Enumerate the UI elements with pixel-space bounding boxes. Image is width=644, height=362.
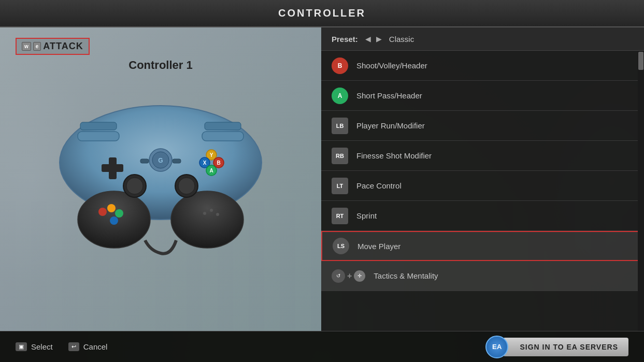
cancel-icon: ↩	[68, 342, 79, 351]
svg-text:A: A	[209, 168, 213, 173]
tactics-icon-left: ↺	[332, 269, 345, 283]
control-item-pass[interactable]: A Short Pass/Header	[321, 81, 644, 111]
ea-logo: EA	[485, 336, 508, 358]
control-item-move-player[interactable]: LS Move Player	[321, 231, 644, 261]
scrollbar-thumb[interactable]	[638, 52, 643, 70]
controller-image: Y X B A G	[47, 80, 275, 256]
badge-key-e: e	[33, 42, 41, 51]
button-rb: RB	[332, 148, 348, 164]
svg-text:Y: Y	[210, 152, 213, 158]
preset-bar: Preset: ◀ ▶ Classic	[321, 27, 644, 51]
bottom-bar: ▣ Select ↩ Cancel EA SIGN IN TO EA SERVE…	[0, 331, 644, 362]
arrow-right[interactable]: ▶	[374, 34, 384, 44]
preset-arrows[interactable]: ◀ ▶	[363, 34, 384, 44]
cancel-label: Cancel	[83, 342, 108, 351]
select-icon: ▣	[16, 342, 27, 351]
svg-point-27	[107, 204, 116, 212]
controller-label: Controller 1	[128, 59, 192, 72]
control-item-shoot[interactable]: B Shoot/Volley/Header	[321, 51, 644, 81]
controls-list: B Shoot/Volley/Header A Short Pass/Heade…	[321, 51, 644, 331]
badge-key-w: w	[22, 42, 31, 51]
svg-rect-6	[205, 122, 241, 130]
sign-in-button[interactable]: SIGN IN TO EA SERVERS	[504, 338, 628, 356]
svg-rect-20	[173, 159, 181, 163]
control-text-move-player: Move Player	[357, 242, 400, 251]
tactics-icon-right: ✛	[354, 270, 365, 282]
control-text-pass: Short Pass/Header	[356, 91, 422, 100]
svg-point-25	[178, 178, 195, 194]
svg-rect-3	[78, 132, 119, 141]
control-text-finesse: Finesse Shot Modifier	[356, 151, 432, 160]
badge-label: ATTACK	[43, 41, 83, 52]
svg-point-29	[110, 216, 118, 225]
control-text-player-run: Player Run/Modifier	[356, 121, 425, 130]
control-item-player-run[interactable]: LB Player Run/Modifier	[321, 111, 644, 141]
control-text-shoot: Shoot/Volley/Header	[356, 61, 427, 70]
svg-point-30	[203, 212, 206, 215]
main-container: CONTROLLER w e ATTACK Controller 1	[0, 0, 644, 362]
control-text-sprint: Sprint	[356, 211, 377, 220]
svg-rect-5	[80, 122, 117, 130]
tactics-icons: ↺ + ✛	[332, 269, 365, 283]
control-text-tactics: Tactics & Mentality	[374, 271, 438, 280]
svg-text:B: B	[217, 160, 220, 166]
attack-badge: w e ATTACK	[16, 38, 90, 55]
control-text-pace: Pace Control	[356, 181, 402, 190]
scrollbar-track[interactable]	[638, 51, 644, 331]
select-label: Select	[31, 342, 53, 351]
button-lt: LT	[332, 178, 348, 194]
content-area: w e ATTACK Controller 1	[0, 27, 644, 331]
svg-point-31	[210, 209, 213, 212]
title-bar: CONTROLLER	[0, 0, 644, 27]
preset-label: Preset:	[332, 35, 358, 44]
svg-text:G: G	[158, 157, 163, 164]
preset-value: Classic	[389, 35, 414, 44]
control-item-pace[interactable]: LT Pace Control	[321, 171, 644, 201]
svg-point-26	[98, 208, 107, 216]
control-item-sprint[interactable]: RT Sprint	[321, 201, 644, 231]
button-a: A	[332, 88, 348, 104]
svg-point-23	[126, 178, 143, 194]
svg-rect-21	[140, 159, 149, 163]
button-lb: LB	[332, 118, 348, 134]
page-title: CONTROLLER	[278, 7, 366, 19]
control-item-tactics[interactable]: ↺ + ✛ Tactics & Mentality	[321, 261, 644, 291]
control-item-finesse[interactable]: RB Finesse Shot Modifier	[321, 141, 644, 171]
tactics-plus: +	[347, 271, 352, 281]
button-ls: LS	[333, 238, 349, 254]
arrow-left[interactable]: ◀	[363, 34, 373, 44]
button-b: B	[332, 57, 348, 74]
right-panel: Preset: ◀ ▶ Classic B Shoot/Volley/Heade…	[321, 27, 644, 331]
select-action[interactable]: ▣ Select	[16, 342, 53, 351]
svg-point-2	[171, 191, 244, 248]
button-rt: RT	[332, 208, 348, 224]
left-panel: w e ATTACK Controller 1	[0, 27, 321, 331]
svg-point-32	[216, 213, 219, 216]
svg-rect-4	[202, 132, 244, 141]
cancel-action[interactable]: ↩ Cancel	[68, 342, 108, 351]
svg-point-28	[115, 209, 123, 218]
svg-rect-8	[102, 164, 123, 172]
svg-text:X: X	[203, 160, 207, 166]
bottom-right: EA SIGN IN TO EA SERVERS	[485, 336, 628, 358]
